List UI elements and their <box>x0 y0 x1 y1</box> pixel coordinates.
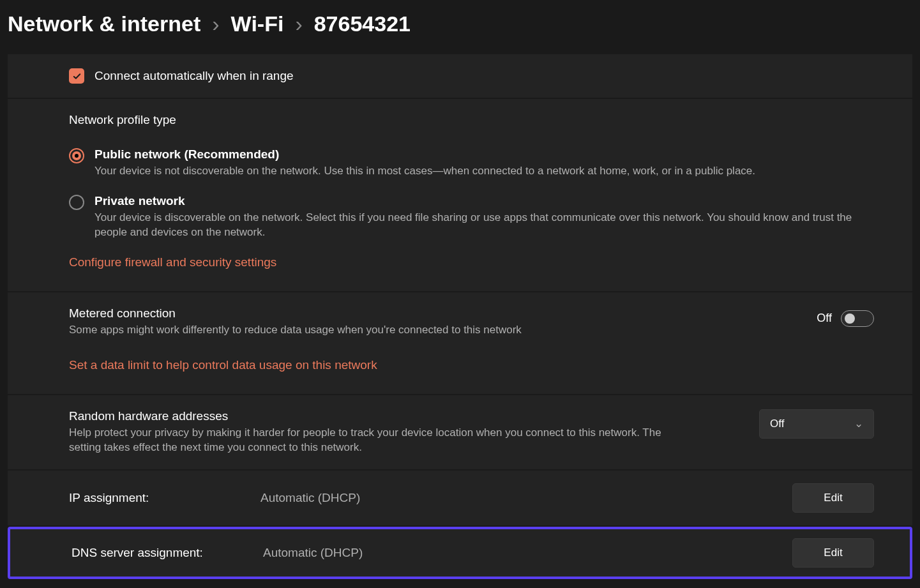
network-profile-title: Network profile type <box>69 113 912 127</box>
ip-assignment-section: IP assignment: Automatic (DHCP) Edit <box>8 471 912 525</box>
metered-toggle[interactable] <box>841 310 874 327</box>
toggle-knob <box>845 313 855 324</box>
radio-private-network[interactable]: Private network Your device is discovera… <box>69 194 912 240</box>
chevron-right-icon: › <box>212 11 219 36</box>
ip-assignment-edit-button[interactable]: Edit <box>792 483 874 513</box>
connect-auto-section: Connect automatically when in range <box>8 54 912 99</box>
random-mac-dropdown[interactable]: Off ⌄ <box>759 409 874 439</box>
dns-assignment-value: Automatic (DHCP) <box>263 546 363 560</box>
chevron-down-icon: ⌄ <box>854 417 863 430</box>
private-network-title: Private network <box>94 194 874 208</box>
radio-public-network[interactable]: Public network (Recommended) Your device… <box>69 147 912 179</box>
breadcrumb-mid[interactable]: Wi-Fi <box>231 11 284 36</box>
metered-title: Metered connection <box>69 306 817 320</box>
radio-icon <box>69 195 84 210</box>
radio-icon <box>69 148 84 163</box>
breadcrumb-root[interactable]: Network & internet <box>8 11 200 36</box>
connect-auto-checkbox[interactable] <box>69 68 84 84</box>
checkmark-icon <box>72 72 82 81</box>
dns-assignment-edit-button[interactable]: Edit <box>792 538 874 568</box>
public-network-title: Public network (Recommended) <box>94 147 874 162</box>
random-mac-section: Random hardware addresses Help protect y… <box>8 395 912 471</box>
ip-assignment-label: IP assignment: <box>69 491 260 505</box>
random-mac-value: Off <box>770 418 784 430</box>
metered-desc: Some apps might work differently to redu… <box>69 323 675 338</box>
metered-section: Metered connection Some apps might work … <box>8 292 912 395</box>
breadcrumb-leaf: 87654321 <box>314 11 411 36</box>
dns-assignment-section-highlight: DNS server assignment: Automatic (DHCP) … <box>8 527 912 579</box>
connect-auto-label: Connect automatically when in range <box>94 69 294 83</box>
metered-state-label: Off <box>817 312 832 325</box>
firewall-settings-link[interactable]: Configure firewall and security settings <box>69 255 912 269</box>
private-network-desc: Your device is discoverable on the netwo… <box>94 211 874 240</box>
data-limit-link[interactable]: Set a data limit to help control data us… <box>69 358 377 372</box>
ip-assignment-value: Automatic (DHCP) <box>260 491 360 505</box>
dns-assignment-label: DNS server assignment: <box>72 546 263 560</box>
settings-panel: Connect automatically when in range Netw… <box>8 54 912 525</box>
network-profile-section: Network profile type Public network (Rec… <box>8 99 912 292</box>
breadcrumb: Network & internet › Wi-Fi › 87654321 <box>0 0 920 54</box>
random-mac-title: Random hardware addresses <box>69 409 759 423</box>
public-network-desc: Your device is not discoverable on the n… <box>94 164 874 179</box>
random-mac-desc: Help protect your privacy by making it h… <box>69 426 675 455</box>
chevron-right-icon: › <box>295 11 302 36</box>
